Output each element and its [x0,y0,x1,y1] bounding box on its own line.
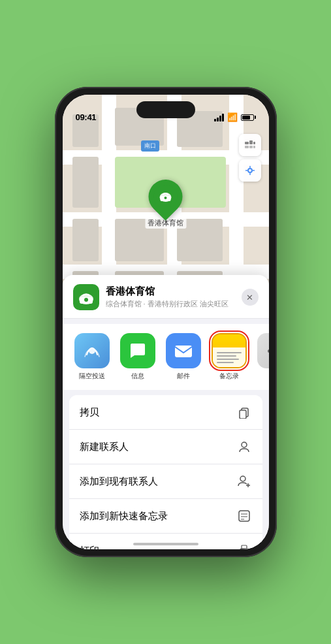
action-add-contact[interactable]: 添加到现有联系人 [69,464,262,499]
map-controls [239,134,261,182]
svg-rect-1 [249,140,253,144]
person-add-icon [236,474,252,489]
map-pin: 香港体育馆 [145,180,186,229]
svg-rect-4 [249,146,253,148]
share-airdrop[interactable]: 隔空投送 [73,333,111,381]
svg-point-21 [242,442,247,447]
venue-icon [73,284,99,310]
svg-point-6 [248,169,252,172]
action-quick-note[interactable]: 添加到新快速备忘录 [69,499,262,534]
wifi-icon: 📶 [227,112,238,122]
battery-icon [241,114,256,121]
map-type-button[interactable] [239,134,261,156]
add-contact-label: 添加到现有联系人 [80,475,158,488]
bottom-sheet: 香港体育馆 综合体育馆 · 香港特别行政区 油尖旺区 ✕ [63,275,269,549]
signal-icon [214,114,224,121]
svg-rect-5 [253,146,255,148]
action-copy[interactable]: 拷贝 [69,395,262,430]
close-button[interactable]: ✕ [242,289,259,306]
quick-note-label: 添加到新快速备忘录 [80,510,168,523]
mail-icon [166,333,201,368]
sheet-header: 香港体育馆 综合体育馆 · 香港特别行政区 油尖旺区 ✕ [63,275,269,319]
share-messages[interactable]: 信息 [119,333,157,381]
svg-rect-18 [175,346,192,357]
location-button[interactable] [239,159,261,182]
svg-point-16 [84,298,88,302]
svg-rect-3 [245,146,249,148]
airdrop-label: 隔空投送 [79,372,105,381]
share-row: 隔空投送 信息 [63,324,269,390]
more-icon [257,333,269,368]
airdrop-icon [74,333,110,368]
svg-rect-2 [253,142,255,144]
copy-label: 拷贝 [80,406,99,419]
copy-icon [236,404,252,420]
share-more[interactable]: 提 [256,333,269,381]
action-list: 拷贝 新建联系人 [69,395,262,549]
note-icon [236,508,252,524]
print-icon [236,543,252,549]
svg-point-22 [240,476,245,481]
notes-icon [212,333,247,368]
status-time: 09:41 [76,112,97,122]
home-indicator [133,543,198,545]
new-contact-label: 新建联系人 [80,441,129,453]
share-notes[interactable]: 备忘录 [210,333,248,381]
svg-point-13 [165,197,167,199]
phone-screen: 09:41 📶 [63,95,269,549]
venue-info: 香港体育馆 综合体育馆 · 香港特别行政区 油尖旺区 [106,285,235,309]
messages-label: 信息 [131,372,144,381]
print-label: 打印 [80,545,99,550]
svg-rect-0 [245,142,249,144]
svg-rect-20 [240,410,246,419]
person-icon [236,439,252,455]
messages-icon [120,333,155,368]
share-mail[interactable]: 邮件 [165,333,202,381]
map-station-label: 南口 [141,140,159,152]
mail-label: 邮件 [177,372,190,381]
action-new-contact[interactable]: 新建联系人 [69,430,262,464]
action-print[interactable]: 打印 [69,534,262,549]
phone-frame: 09:41 📶 [55,87,277,557]
notes-label: 备忘录 [219,372,239,381]
venue-sub: 综合体育馆 · 香港特别行政区 油尖旺区 [106,299,235,309]
venue-name: 香港体育馆 [106,285,235,298]
dynamic-island [136,101,195,118]
status-icons: 📶 [214,112,256,122]
